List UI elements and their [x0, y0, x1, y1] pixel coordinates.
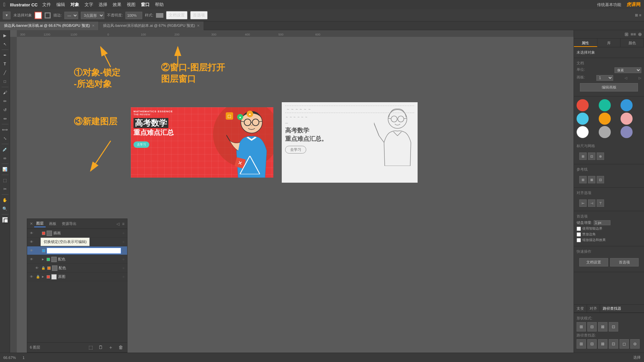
swatch-white[interactable]: [577, 126, 589, 138]
fill-square[interactable]: [2, 217, 8, 223]
tool-blend[interactable]: ∞: [1, 154, 9, 162]
tool-eyedropper[interactable]: 💉: [1, 145, 9, 154]
layers-expand-btn[interactable]: ◁: [116, 222, 119, 226]
doc-settings-quick-btn[interactable]: 文档设置: [579, 258, 608, 266]
tool-pen[interactable]: ✒: [1, 51, 9, 59]
tool-text[interactable]: T: [1, 60, 9, 68]
tool-zoom[interactable]: 🔍: [1, 205, 9, 213]
shape-intersect-btn[interactable]: ⊠: [598, 322, 607, 331]
panel-tab-library[interactable]: 库: [597, 39, 621, 47]
pf-merge-btn[interactable]: ⊠: [598, 339, 607, 349]
layers-close-btn[interactable]: ✕: [30, 222, 33, 226]
menu-object[interactable]: 对象: [70, 2, 79, 8]
panel-tab-color[interactable]: 颜色: [621, 39, 644, 47]
panel-icon-align[interactable]: ≡≡: [631, 32, 636, 37]
ref-btn3[interactable]: ⊡: [597, 176, 604, 183]
tool-rotate[interactable]: ↺: [1, 106, 9, 114]
pf-crop-btn[interactable]: ⊡: [609, 339, 618, 349]
swatch-lightblue[interactable]: [577, 113, 589, 125]
unit-select[interactable]: 像素: [614, 67, 641, 73]
increment-input[interactable]: [594, 220, 610, 225]
tool-width[interactable]: ⟺: [1, 126, 9, 134]
layers-menu-btn[interactable]: ≡: [122, 222, 124, 226]
arrange-icon[interactable]: ≡: [639, 13, 641, 17]
banner-study-btn[interactable]: 去学习: [133, 141, 149, 148]
pf-outline-btn[interactable]: ◻: [620, 339, 629, 349]
layer-lock-original[interactable]: 🔒: [36, 275, 41, 279]
pf-divide-btn[interactable]: ⊞: [577, 339, 586, 349]
tool-artboard[interactable]: ⬚: [1, 176, 9, 184]
tool-slice[interactable]: ✂: [1, 185, 9, 193]
tool-select[interactable]: ▶: [1, 32, 9, 40]
layers-tab-artboards[interactable]: 画板: [47, 221, 58, 227]
panel-tab-properties[interactable]: 属性: [574, 39, 597, 47]
tool-brush[interactable]: 🖌: [1, 88, 9, 97]
layer-create-sub-btn[interactable]: ⬚: [87, 344, 94, 351]
tool-selector[interactable]: ▼: [3, 11, 11, 19]
menu-text[interactable]: 文字: [85, 2, 93, 8]
pf-trim-btn[interactable]: ⊟: [587, 339, 597, 349]
layer-eye-text[interactable]: 👁: [30, 240, 35, 244]
edit-template-btn[interactable]: 编辑画板: [580, 83, 638, 92]
layer-item-color2[interactable]: 👁 🔒 配色 ○: [27, 264, 127, 273]
menu-select[interactable]: 选择: [99, 2, 107, 8]
panel-icon-transform[interactable]: ⊞: [625, 32, 629, 37]
menu-help[interactable]: 帮助: [155, 2, 164, 8]
tool-graph[interactable]: 📊: [1, 165, 9, 173]
menu-file[interactable]: 文件: [42, 2, 51, 8]
stroke-weight[interactable]: —: [64, 12, 78, 19]
view-icon[interactable]: ⊞: [635, 13, 638, 17]
tab-2[interactable]: 插边风-banner演示稿的副本.ai @ 67% (RGB/GPU 预览) ✕: [99, 21, 204, 30]
fill-color[interactable]: [35, 12, 42, 19]
tool-pencil[interactable]: ✏: [1, 97, 9, 105]
apple-icon[interactable]: : [3, 2, 5, 8]
prefs-quick-btn[interactable]: 首选项: [610, 258, 639, 266]
layer-delete-btn[interactable]: 🗑: [117, 344, 124, 351]
menu-window[interactable]: 窗口: [141, 2, 150, 8]
shape-add-btn[interactable]: ⊞: [577, 322, 586, 331]
grid-btn[interactable]: ⊞: [579, 153, 587, 160]
tool-line[interactable]: ╱: [1, 69, 9, 77]
shape-exclude-btn[interactable]: ⊡: [609, 322, 618, 331]
bottom-tab-pathfinder[interactable]: 路径查找器: [600, 305, 624, 312]
swatch-orange[interactable]: [599, 113, 611, 125]
pf-minus-btn[interactable]: ⊖: [630, 339, 640, 349]
bottom-tab-transform[interactable]: 支变: [574, 305, 587, 312]
tool-reflect[interactable]: ⇔: [1, 115, 9, 123]
bottom-tab-align[interactable]: 对齐: [587, 305, 600, 312]
layer-name-input-active[interactable]: [47, 248, 121, 254]
layer-eye-color1[interactable]: 👁: [30, 257, 35, 261]
tool-free-transform[interactable]: ⤡: [1, 134, 9, 142]
layer-new-layer-btn[interactable]: ＋: [107, 344, 114, 351]
template-prev[interactable]: ◁: [625, 76, 627, 80]
layer-lock-color2[interactable]: 🔒: [41, 266, 46, 270]
shape-subtract-btn[interactable]: ⊟: [587, 322, 597, 331]
layers-tab-layers[interactable]: 图层: [34, 220, 46, 227]
tab-1-close[interactable]: ✕: [92, 24, 95, 27]
template-next[interactable]: ▷: [639, 76, 641, 80]
layers-tab-export[interactable]: 资源导出: [60, 221, 78, 227]
corner-radius-cb[interactable]: [577, 232, 581, 237]
style-preview[interactable]: [156, 13, 163, 18]
layer-item-color1[interactable]: 👁 ▶ 配色 ○: [27, 255, 127, 264]
snap-grid-btn[interactable]: ⊡: [588, 153, 595, 160]
stroke-color[interactable]: [45, 12, 51, 18]
swatch-red[interactable]: [577, 99, 589, 111]
tool-direct-select[interactable]: ↖: [1, 40, 9, 48]
layer-item-active[interactable]: 👁 ○ 切换锁定(空白表示可编辑): [27, 246, 127, 255]
swatch-gray[interactable]: [599, 126, 611, 138]
align-center-btn[interactable]: ⊣: [588, 199, 595, 207]
swatch-lightred[interactable]: [621, 113, 633, 125]
tool-hand[interactable]: ✋: [1, 196, 9, 204]
snap-point-btn[interactable]: ⊛: [597, 153, 604, 160]
layer-eye-painting[interactable]: 👁: [30, 231, 35, 235]
layer-create-btn[interactable]: 🗒: [97, 344, 104, 351]
layer-item-original[interactable]: 👁 🔒 ▶ 原图 ○: [27, 273, 127, 281]
align-right-btn[interactable]: ⊤: [597, 199, 604, 207]
layer-eye-color2[interactable]: 👁: [35, 266, 40, 270]
align-left-btn[interactable]: ⊢: [579, 199, 587, 207]
menu-effect[interactable]: 效果: [113, 2, 121, 8]
layer-expand-color1[interactable]: ▶: [42, 258, 45, 261]
ref-btn1[interactable]: ⊞: [579, 176, 587, 183]
shape-select[interactable]: 3点圆形: [81, 12, 104, 19]
